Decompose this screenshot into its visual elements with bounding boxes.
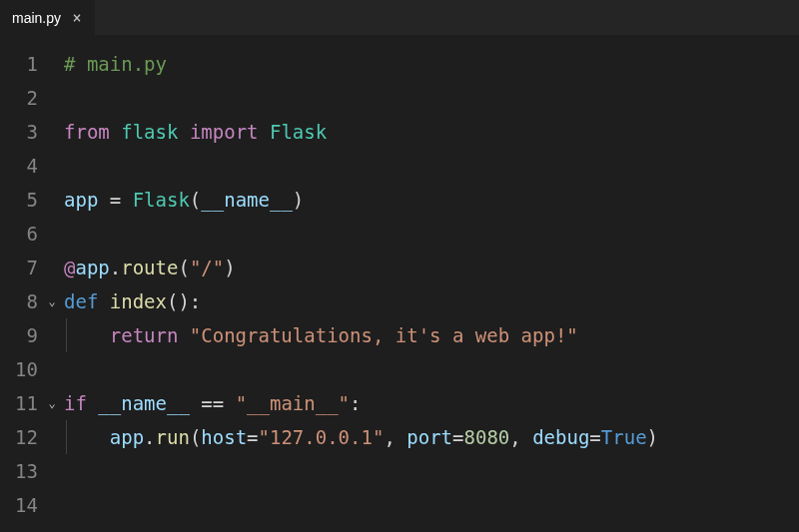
code-line [64,217,799,251]
tab-label: main.py [12,10,61,26]
tab-main-py[interactable]: main.py × [0,0,96,35]
line-number: 14 [0,488,38,522]
line-number: 10 [0,352,38,386]
code-line: def index(): [64,284,799,318]
tab-bar: main.py × [0,0,799,35]
line-number: 11 [0,386,38,420]
chevron-down-icon[interactable]: ⌄ [44,386,60,420]
line-number: 6 [0,217,38,251]
code-line: return "Congratulations, it's a web app!… [64,318,799,352]
close-icon[interactable]: × [69,10,85,26]
line-number: 7 [0,251,38,284]
line-number: 5 [0,183,38,217]
code-editor[interactable]: 1 2 3 4 5 6 7 8 9 10 11 12 13 14 ⌄ ⌄ # m… [0,35,799,522]
code-line: app.run(host="127.0.0.1", port=8080, deb… [64,420,799,454]
line-number: 9 [0,318,38,352]
line-number: 13 [0,454,38,488]
line-number-gutter: 1 2 3 4 5 6 7 8 9 10 11 12 13 14 [0,47,44,522]
code-line [64,352,799,386]
line-number: 1 [0,47,38,81]
line-number: 4 [0,149,38,183]
code-line [64,149,799,183]
code-line [64,454,799,488]
code-line [64,81,799,115]
code-line: from flask import Flask [64,115,799,149]
code-line: # main.py [64,47,799,81]
code-line: app = Flask(__name__) [64,183,799,217]
code-line [64,488,799,522]
line-number: 2 [0,81,38,115]
line-number: 3 [0,115,38,149]
code-area[interactable]: # main.py from flask import Flask app = … [60,47,799,522]
code-line: @app.route("/") [64,251,799,284]
chevron-down-icon[interactable]: ⌄ [44,284,60,318]
line-number: 12 [0,420,38,454]
code-line: if __name__ == "__main__": [64,386,799,420]
line-number: 8 [0,284,38,318]
fold-gutter: ⌄ ⌄ [44,47,60,522]
